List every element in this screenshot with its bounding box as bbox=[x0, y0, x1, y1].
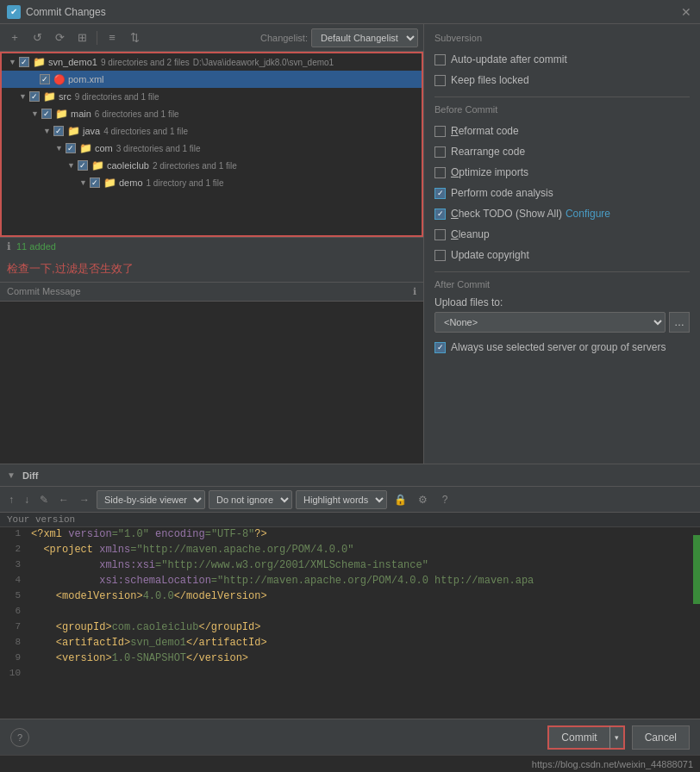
commit-message-label: Commit Message bbox=[7, 286, 81, 296]
footer-bar: https://blog.csdn.net/weixin_44888071 bbox=[0, 755, 700, 772]
folder-icon-main: 📁 bbox=[55, 108, 68, 120]
diff-down-button[interactable]: ↓ bbox=[21, 490, 33, 509]
commit-dropdown-button[interactable]: ▾ bbox=[609, 725, 625, 750]
checkbox-always-use[interactable] bbox=[434, 342, 446, 353]
code-line-1: 1 <?xml version="1.0" encoding="UTF-8"?> bbox=[0, 527, 700, 543]
code-line-2: 2 <project xmlns="http://maven.apache.or… bbox=[0, 543, 700, 558]
action-left: ? bbox=[10, 728, 29, 747]
checkbox-perform-analysis[interactable] bbox=[434, 188, 446, 199]
checkbox-update-copyright[interactable] bbox=[434, 250, 446, 261]
line-num-6: 6 bbox=[0, 605, 28, 616]
help-button[interactable]: ? bbox=[10, 728, 29, 747]
checkbox-check-todo[interactable] bbox=[434, 209, 446, 220]
diff-viewer-select[interactable]: Side-by-side viewer bbox=[97, 490, 205, 509]
tree-item-java[interactable]: ▼ ✓ 📁 java 4 directories and 1 file bbox=[2, 122, 422, 140]
option-auto-update: Auto-update after commit bbox=[434, 50, 690, 69]
cancel-button[interactable]: Cancel bbox=[632, 725, 690, 750]
tree-item-com[interactable]: ▼ ✓ 📁 com 3 directories and 1 file bbox=[2, 140, 422, 157]
commit-message-help[interactable]: ℹ bbox=[413, 286, 416, 297]
tree-item-src[interactable]: ▼ ✓ 📁 src 9 directories and 1 file bbox=[2, 88, 422, 105]
footer-url: https://blog.csdn.net/weixin_44888071 bbox=[532, 759, 693, 769]
folder-icon-com: 📁 bbox=[79, 142, 92, 154]
divider-2 bbox=[434, 271, 690, 272]
label-update-copyright: Update copyright bbox=[451, 249, 529, 261]
status-text: 11 added bbox=[16, 241, 56, 252]
line-content-10 bbox=[28, 667, 700, 669]
commit-message-input[interactable] bbox=[0, 302, 423, 464]
checkbox-src[interactable]: ✓ bbox=[29, 91, 40, 102]
top-section: + ↺ ⟳ ⊞ ≡ ⇅ Changelist: Default Changeli… bbox=[0, 24, 700, 464]
checkbox-auto-update[interactable] bbox=[434, 54, 446, 65]
collapse-button[interactable]: ≡ bbox=[103, 28, 122, 47]
diff-highlight-select[interactable]: Highlight words bbox=[296, 490, 387, 509]
diff-edit-button[interactable]: ✎ bbox=[36, 490, 52, 509]
upload-settings-button[interactable]: … bbox=[669, 312, 690, 333]
close-button[interactable]: ✕ bbox=[679, 5, 693, 19]
file-icon-pom-xml: 🔴 bbox=[53, 74, 66, 85]
diff-back-button[interactable]: ← bbox=[55, 490, 72, 509]
diff-added-indicator bbox=[693, 535, 700, 604]
checkbox-pom-xml[interactable] bbox=[40, 74, 50, 84]
diff-collapse-arrow[interactable]: ▼ bbox=[7, 470, 19, 480]
add-button[interactable]: + bbox=[5, 28, 24, 47]
folder-icon-svn-demo1: 📁 bbox=[33, 56, 46, 68]
refresh-button[interactable]: ⟳ bbox=[50, 28, 69, 47]
checkbox-java[interactable]: ✓ bbox=[53, 126, 64, 136]
commit-message-header: Commit Message ℹ bbox=[0, 283, 423, 302]
checkbox-demo[interactable]: ✓ bbox=[90, 177, 100, 188]
checkbox-cleanup[interactable] bbox=[434, 229, 446, 240]
upload-select[interactable]: <None> bbox=[434, 312, 666, 333]
tree-item-demo[interactable]: ▼ ✓ 📁 demo 1 directory and 1 file bbox=[2, 174, 422, 191]
line-content-9: <version>1.0-SNAPSHOT</version> bbox=[28, 651, 700, 665]
arrow-pom-xml bbox=[29, 75, 40, 84]
diff-lock-button[interactable]: 🔒 bbox=[391, 490, 409, 509]
meta-demo: 1 directory and 1 file bbox=[147, 178, 224, 188]
checkbox-rearrange[interactable] bbox=[434, 146, 446, 158]
title-bar: ✔ Commit Changes ✕ bbox=[0, 0, 700, 24]
line-content-6 bbox=[28, 605, 700, 607]
line-content-8: <artifactId>svn_demo1</artifactId> bbox=[28, 636, 700, 650]
label-check-todo: Check TODO (Show All) bbox=[451, 208, 562, 220]
line-num-3: 3 bbox=[0, 558, 28, 570]
diff-help-button[interactable]: ? bbox=[435, 490, 454, 509]
arrow-svn-demo1: ▼ bbox=[9, 58, 19, 66]
arrow-src: ▼ bbox=[19, 92, 29, 101]
checkbox-reformat[interactable] bbox=[434, 126, 446, 137]
arrow-java: ▼ bbox=[43, 127, 53, 135]
diff-settings-button[interactable]: ⚙ bbox=[413, 490, 432, 509]
line-num-5: 5 bbox=[0, 589, 28, 601]
line-num-7: 7 bbox=[0, 620, 28, 632]
arrow-caoleiclub: ▼ bbox=[67, 161, 78, 170]
code-line-9: 9 <version>1.0-SNAPSHOT</version> bbox=[0, 651, 700, 667]
tree-item-pom-xml[interactable]: 🔴 pom.xml bbox=[2, 71, 422, 88]
line-num-10: 10 bbox=[0, 667, 28, 678]
diff-up-button[interactable]: ↑ bbox=[5, 490, 17, 509]
diff-title: Diff bbox=[22, 470, 38, 481]
label-auto-update: Auto-update after commit bbox=[451, 53, 567, 65]
before-commit-title: Before Commit bbox=[434, 104, 690, 115]
diff-ignore-select[interactable]: Do not ignore bbox=[209, 490, 292, 509]
checkbox-main[interactable]: ✓ bbox=[41, 109, 52, 119]
checkbox-svn-demo1[interactable]: ✓ bbox=[19, 57, 29, 67]
expand-button[interactable]: ⇅ bbox=[125, 28, 144, 47]
folder-icon-java: 📁 bbox=[67, 125, 80, 137]
app-icon: ✔ bbox=[7, 5, 21, 19]
undo-button[interactable]: ↺ bbox=[28, 28, 47, 47]
label-keep-locked: Keep files locked bbox=[451, 74, 529, 86]
checkbox-caoleiclub[interactable]: ✓ bbox=[78, 160, 88, 171]
tree-item-svn-demo1[interactable]: ▼ ✓ 📁 svn_demo1 9 directories and 2 file… bbox=[2, 53, 422, 71]
diff-forward-button[interactable]: → bbox=[76, 490, 93, 509]
line-num-1: 1 bbox=[0, 527, 28, 539]
checkbox-optimize[interactable] bbox=[434, 167, 446, 178]
tree-item-main[interactable]: ▼ ✓ 📁 main 6 directories and 1 file bbox=[2, 105, 422, 122]
arrow-demo: ▼ bbox=[79, 178, 90, 187]
commit-button[interactable]: Commit bbox=[547, 725, 609, 750]
option-keep-locked: Keep files locked bbox=[434, 71, 690, 90]
configure-link[interactable]: Configure bbox=[566, 208, 610, 220]
checkbox-keep-locked[interactable] bbox=[434, 75, 446, 86]
checkbox-com[interactable]: ✓ bbox=[66, 143, 76, 153]
tree-item-caoleiclub[interactable]: ▼ ✓ 📁 caoleiclub 2 directories and 1 fil… bbox=[2, 157, 422, 174]
changelist-select[interactable]: Default Changelist bbox=[311, 28, 418, 47]
group-button[interactable]: ⊞ bbox=[72, 28, 91, 47]
code-line-7: 7 <groupId>com.caoleiclub</groupId> bbox=[0, 620, 700, 636]
